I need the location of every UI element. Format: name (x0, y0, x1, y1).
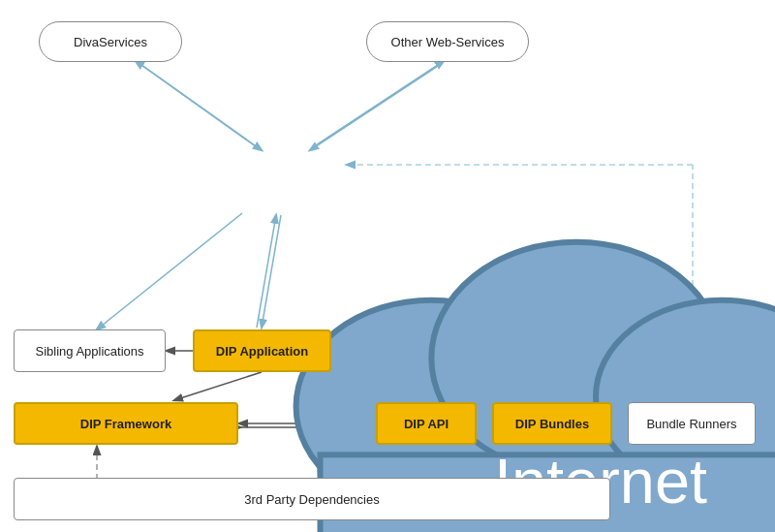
other-web-services-label: Other Web-Services (391, 35, 505, 49)
diva-services-label: DivaServices (74, 35, 147, 49)
sibling-applications-node: Sibling Applications (14, 329, 166, 372)
diva-services-node: DivaServices (39, 21, 182, 62)
bundle-runners-label: Bundle Runners (646, 417, 736, 431)
dip-application-label: DIP Application (216, 344, 308, 359)
dip-bundles-label: DIP Bundles (515, 417, 589, 431)
sibling-apps-label: Sibling Applications (35, 344, 143, 359)
architecture-diagram: Internet DivaServices Other Web-Services… (0, 0, 775, 532)
internet-cloud: Internet (213, 107, 358, 213)
dip-api-label: DIP API (404, 417, 449, 431)
bundle-runners-node: Bundle Runners (628, 402, 756, 445)
cloud-svg: Internet (213, 107, 775, 532)
dip-api-node: DIP API (376, 402, 477, 445)
third-party-node: 3rd Party Dependencies (14, 478, 610, 520)
dip-framework-node: DIP Framework (14, 402, 238, 445)
other-web-services-node: Other Web-Services (366, 21, 529, 62)
dip-framework-label: DIP Framework (80, 417, 171, 431)
dip-application-node: DIP Application (193, 329, 331, 372)
third-party-label: 3rd Party Dependencies (244, 492, 379, 507)
dip-bundles-node: DIP Bundles (492, 402, 612, 445)
